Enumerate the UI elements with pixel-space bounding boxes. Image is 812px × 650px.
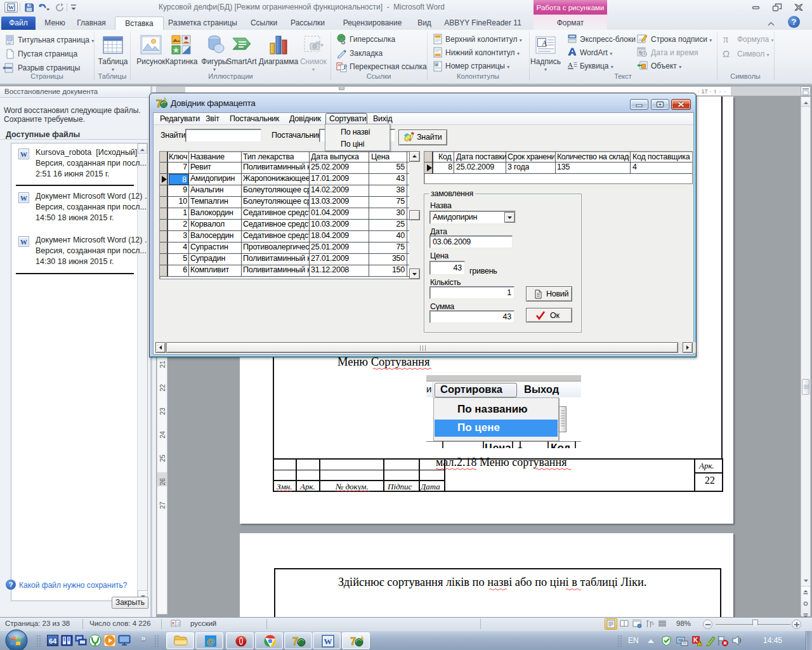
svg-text:A: A <box>542 39 547 48</box>
svg-text:W: W <box>8 4 14 11</box>
svg-text:1: 1 <box>344 65 346 70</box>
svg-text:!: ! <box>699 641 700 646</box>
svg-text:A: A <box>568 61 573 69</box>
svg-text:W: W <box>324 637 332 646</box>
svg-text:7: 7 <box>156 98 162 109</box>
svg-text:K: K <box>693 637 698 644</box>
